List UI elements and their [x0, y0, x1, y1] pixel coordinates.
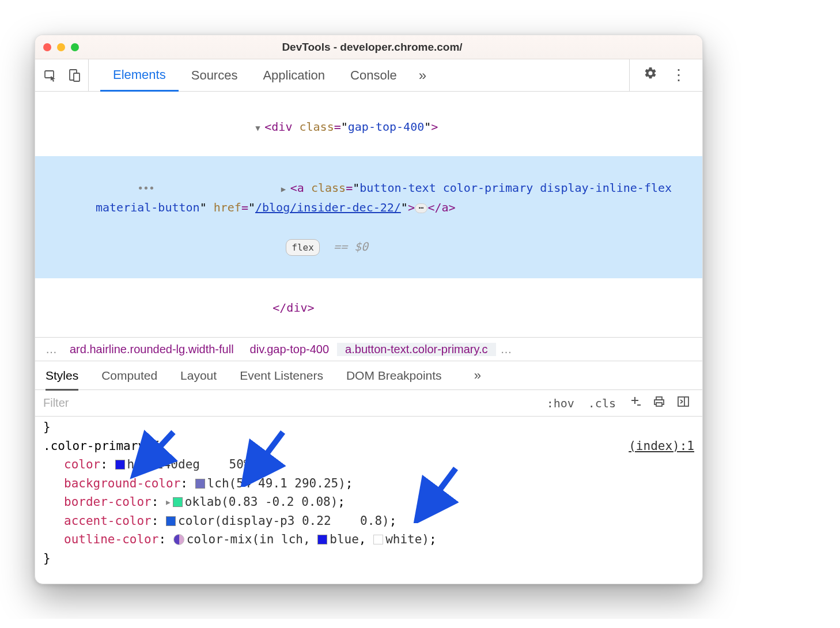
- devtools-window: DevTools - developer.chrome.com/ Element…: [35, 35, 703, 584]
- tab-elements[interactable]: Elements: [100, 60, 179, 92]
- color-swatch-icon[interactable]: [373, 535, 383, 544]
- tab-console[interactable]: Console: [338, 59, 410, 91]
- styles-tab-event-listeners[interactable]: Event Listeners: [240, 369, 323, 383]
- window-title: DevTools - developer.chrome.com/: [50, 41, 694, 54]
- styles-filter-row: :hov .cls: [35, 390, 702, 417]
- color-mix-swatch-icon[interactable]: [173, 534, 184, 545]
- breadcrumb-crumb[interactable]: div.gap-top-400: [242, 343, 338, 356]
- svg-line-14: [247, 432, 283, 480]
- color-swatch-icon[interactable]: [166, 516, 176, 526]
- styles-tab-computed[interactable]: Computed: [101, 369, 157, 383]
- dom-row-div-open[interactable]: ▼<div class="gap-top-400">: [35, 97, 702, 156]
- gutter-ellipsis-icon[interactable]: •••: [137, 182, 154, 194]
- print-media-icon[interactable]: [647, 395, 671, 411]
- breadcrumb-overflow-left[interactable]: …: [41, 343, 62, 356]
- svg-rect-7: [656, 397, 662, 400]
- elements-dom-tree[interactable]: ▶<div class="gap-top-400">⋯</div> ▼<div …: [35, 85, 702, 337]
- collapse-triangle-icon[interactable]: ▼: [255, 122, 264, 135]
- breadcrumb-overflow-right[interactable]: …: [496, 343, 517, 356]
- toolbar-left-icons: [41, 59, 89, 91]
- styles-tab-styles[interactable]: Styles: [46, 369, 78, 383]
- css-rule-truncated[interactable]: button-text { (index):1: [43, 568, 694, 578]
- panel-toolbar: Elements Sources Application Console » ⋮: [35, 59, 702, 92]
- css-declaration[interactable]: border-color: ▶oklab(0.83 -0.2 0.08);: [43, 493, 694, 512]
- expand-triangle-icon[interactable]: ▶: [166, 497, 171, 508]
- tab-sources[interactable]: Sources: [179, 59, 251, 91]
- collapsed-content-icon[interactable]: ⋯: [415, 203, 427, 213]
- svg-line-12: [138, 432, 173, 471]
- annotation-arrow-icon: [410, 466, 461, 523]
- svg-rect-9: [678, 397, 688, 406]
- styles-filter-input[interactable]: [42, 396, 540, 410]
- css-rule-close-brace: }: [43, 549, 694, 568]
- toolbar-right-icons: ⋮: [629, 59, 697, 91]
- color-swatch-icon[interactable]: [195, 479, 205, 489]
- toggle-classes-button[interactable]: .cls: [581, 396, 623, 410]
- inspect-element-icon[interactable]: [43, 69, 57, 82]
- toggle-hover-button[interactable]: :hov: [540, 396, 581, 410]
- computed-sidebar-icon[interactable]: [671, 395, 695, 411]
- settings-gear-icon[interactable]: [644, 66, 657, 84]
- dom-row-div-close[interactable]: </div>: [35, 278, 702, 337]
- dom-row-selected-anchor[interactable]: •••▶<a class="button-text color-primary …: [35, 156, 702, 278]
- new-style-rule-icon[interactable]: [623, 395, 647, 411]
- css-declaration[interactable]: accent-color: color(display-p3 0.22 46 0…: [43, 512, 694, 531]
- svg-rect-2: [74, 73, 80, 81]
- styles-tabs: Styles Computed Layout Event Listeners D…: [35, 361, 702, 390]
- color-swatch-icon[interactable]: [115, 460, 125, 470]
- annotation-arrow-icon: [127, 429, 179, 481]
- console-reference: == $0: [334, 240, 368, 254]
- css-rule-source-link[interactable]: (index):1: [629, 437, 694, 456]
- panel-tabs: Elements Sources Application Console »: [89, 59, 629, 91]
- styles-tab-dom-breakpoints[interactable]: DOM Breakpoints: [346, 369, 442, 383]
- titlebar: DevTools - developer.chrome.com/: [35, 35, 702, 59]
- flex-badge[interactable]: flex: [286, 239, 320, 256]
- annotation-arrow-icon: [237, 429, 289, 487]
- svg-line-16: [420, 468, 456, 516]
- color-swatch-icon[interactable]: [173, 497, 183, 507]
- breadcrumb-crumb[interactable]: ard.hairline.rounded-lg.width-full: [62, 343, 242, 356]
- color-swatch-icon[interactable]: [317, 535, 327, 544]
- dom-breadcrumb[interactable]: … ard.hairline.rounded-lg.width-full div…: [35, 337, 702, 361]
- tab-application[interactable]: Application: [250, 59, 338, 91]
- device-toolbar-icon[interactable]: [67, 69, 81, 82]
- styles-rules-pane[interactable]: } .color-primary { (index):1 color: hsl(…: [35, 417, 702, 584]
- more-options-icon[interactable]: ⋮: [671, 66, 686, 84]
- svg-rect-0: [45, 71, 54, 78]
- styles-tab-layout[interactable]: Layout: [180, 369, 217, 383]
- css-declaration[interactable]: outline-color: color-mix(in lch, blue, w…: [43, 530, 694, 549]
- breadcrumb-crumb-selected[interactable]: a.button-text.color-primary.c: [337, 343, 496, 356]
- svg-rect-8: [656, 403, 662, 406]
- tabs-overflow-icon[interactable]: »: [410, 67, 436, 84]
- styles-tabs-overflow-icon[interactable]: »: [465, 368, 490, 383]
- expand-triangle-icon[interactable]: ▶: [281, 183, 290, 196]
